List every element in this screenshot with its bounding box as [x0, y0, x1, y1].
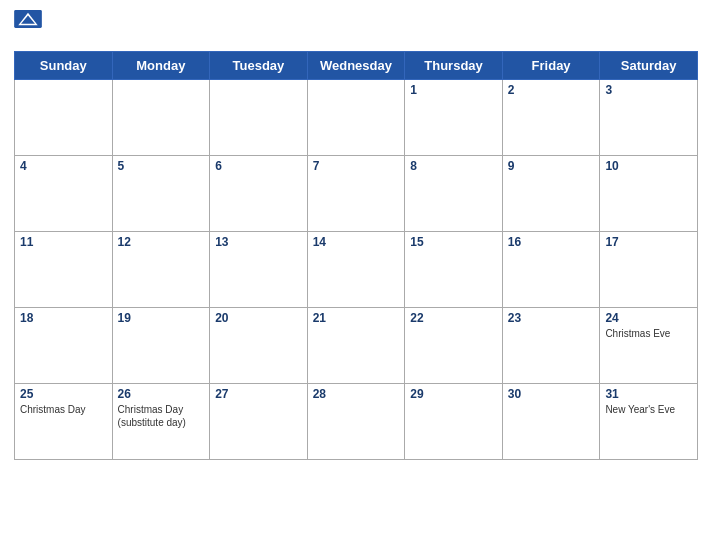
day-number: 7 [313, 159, 400, 173]
calendar-cell: 28 [307, 384, 405, 460]
calendar-cell: 12 [112, 232, 210, 308]
weekday-header-monday: Monday [112, 52, 210, 80]
calendar-cell: 4 [15, 156, 113, 232]
calendar-cell: 17 [600, 232, 698, 308]
calendar-cell: 22 [405, 308, 503, 384]
day-number: 23 [508, 311, 595, 325]
weekday-header-friday: Friday [502, 52, 600, 80]
calendar-header [14, 10, 698, 43]
day-number: 18 [20, 311, 107, 325]
day-number: 4 [20, 159, 107, 173]
calendar-cell: 18 [15, 308, 113, 384]
day-number: 13 [215, 235, 302, 249]
day-number: 16 [508, 235, 595, 249]
calendar-cell: 24Christmas Eve [600, 308, 698, 384]
calendar-cell: 26Christmas Day (substitute day) [112, 384, 210, 460]
day-number: 11 [20, 235, 107, 249]
calendar-cell: 27 [210, 384, 308, 460]
day-number: 24 [605, 311, 692, 325]
day-number: 14 [313, 235, 400, 249]
calendar-cell [15, 80, 113, 156]
weekday-header-tuesday: Tuesday [210, 52, 308, 80]
day-number: 8 [410, 159, 497, 173]
weekday-header-wednesday: Wednesday [307, 52, 405, 80]
calendar-cell: 2 [502, 80, 600, 156]
weekday-header-thursday: Thursday [405, 52, 503, 80]
calendar-header-row: SundayMondayTuesdayWednesdayThursdayFrid… [15, 52, 698, 80]
event-label: New Year's Eve [605, 403, 692, 416]
calendar-cell: 25Christmas Day [15, 384, 113, 460]
week-row-5: 25Christmas Day26Christmas Day (substitu… [15, 384, 698, 460]
calendar-container: SundayMondayTuesdayWednesdayThursdayFrid… [0, 0, 712, 550]
logo-area [14, 10, 104, 43]
calendar-cell: 8 [405, 156, 503, 232]
day-number: 9 [508, 159, 595, 173]
week-row-1: 123 [15, 80, 698, 156]
calendar-cell: 30 [502, 384, 600, 460]
day-number: 6 [215, 159, 302, 173]
calendar-cell: 1 [405, 80, 503, 156]
calendar-cell: 20 [210, 308, 308, 384]
day-number: 1 [410, 83, 497, 97]
calendar-cell: 11 [15, 232, 113, 308]
calendar-cell: 19 [112, 308, 210, 384]
day-number: 25 [20, 387, 107, 401]
day-number: 2 [508, 83, 595, 97]
calendar-cell [210, 80, 308, 156]
day-number: 15 [410, 235, 497, 249]
day-number: 31 [605, 387, 692, 401]
day-number: 27 [215, 387, 302, 401]
event-label: Christmas Day (substitute day) [118, 403, 205, 429]
week-row-4: 18192021222324Christmas Eve [15, 308, 698, 384]
calendar-cell: 15 [405, 232, 503, 308]
calendar-cell: 6 [210, 156, 308, 232]
day-number: 30 [508, 387, 595, 401]
calendar-cell: 31New Year's Eve [600, 384, 698, 460]
day-number: 5 [118, 159, 205, 173]
calendar-cell: 13 [210, 232, 308, 308]
day-number: 22 [410, 311, 497, 325]
day-number: 17 [605, 235, 692, 249]
day-number: 10 [605, 159, 692, 173]
calendar-cell: 5 [112, 156, 210, 232]
calendar-cell [307, 80, 405, 156]
calendar-cell: 3 [600, 80, 698, 156]
day-number: 3 [605, 83, 692, 97]
calendar-cell: 9 [502, 156, 600, 232]
weekday-header-sunday: Sunday [15, 52, 113, 80]
calendar-cell [112, 80, 210, 156]
week-row-2: 45678910 [15, 156, 698, 232]
calendar-cell: 14 [307, 232, 405, 308]
day-number: 19 [118, 311, 205, 325]
event-label: Christmas Eve [605, 327, 692, 340]
day-number: 12 [118, 235, 205, 249]
day-number: 29 [410, 387, 497, 401]
calendar-cell: 10 [600, 156, 698, 232]
event-label: Christmas Day [20, 403, 107, 416]
day-number: 26 [118, 387, 205, 401]
weekday-header-saturday: Saturday [600, 52, 698, 80]
day-number: 21 [313, 311, 400, 325]
calendar-cell: 29 [405, 384, 503, 460]
day-number: 20 [215, 311, 302, 325]
logo-icon [14, 10, 42, 28]
calendar-cell: 23 [502, 308, 600, 384]
calendar-cell: 16 [502, 232, 600, 308]
calendar-cell: 7 [307, 156, 405, 232]
week-row-3: 11121314151617 [15, 232, 698, 308]
day-number: 28 [313, 387, 400, 401]
calendar-cell: 21 [307, 308, 405, 384]
calendar-table: SundayMondayTuesdayWednesdayThursdayFrid… [14, 51, 698, 460]
